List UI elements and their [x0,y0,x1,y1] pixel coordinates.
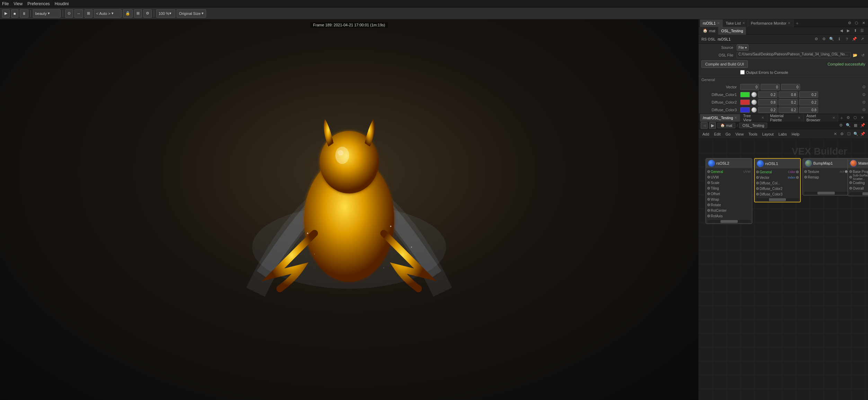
grid-btn[interactable]: ⊞ [134,9,142,18]
ng-view-btn[interactable]: View [734,131,745,137]
ng-labs-btn[interactable]: Labs [777,131,789,137]
node-bumpmap1-scrollbar[interactable] [804,192,848,194]
vector-y-input[interactable] [761,84,780,90]
ng-search-icon[interactable]: 🔍 [845,122,851,129]
osl-file-reload-icon[interactable]: ↺ [860,52,866,58]
diffuse-color3-r[interactable] [758,107,777,113]
tab-tree-view[interactable]: Tree View ✕ [740,114,767,122]
ng-nav-settings-icon[interactable]: ⚙ [838,122,844,129]
nav-up-icon[interactable]: ⬆ [852,28,858,34]
nav-back-btn[interactable]: ◀ [701,122,708,129]
nav-next-icon[interactable]: ▶ [845,28,851,34]
node-bumpmap1[interactable]: BumpMap1 Texture out Remap [803,158,849,195]
ng-layout-btn[interactable]: Layout [761,131,776,137]
node-material2[interactable]: Material2 Base Proper... outColor Sub-Su… [848,158,868,196]
vector-gear-icon[interactable]: ⚙ [862,85,866,89]
node-rsosl2-scrollbar[interactable] [707,220,751,223]
diffuse-color2-gear-icon[interactable]: ⚙ [862,100,866,105]
close-rsosl1-tab[interactable]: ✕ [717,21,720,25]
vector-x-input[interactable] [740,84,759,90]
menu-preferences[interactable]: Preferences [27,1,50,6]
close-performance-tab[interactable]: ✕ [788,21,790,25]
tab-rsosl1[interactable]: rsOSL1 ✕ [700,19,723,27]
ng-edit-btn[interactable]: Edit [712,131,723,137]
tab-material-palette[interactable]: Material Palette ✕ [767,114,804,122]
node-material2-scrollbar[interactable] [849,192,868,195]
close-material-palette-tab[interactable]: ✕ [798,116,800,120]
original-size-dropdown[interactable]: Original Size ▾ [177,9,206,18]
camera-btn[interactable]: ⊙ [65,9,73,18]
diffuse-color2-g[interactable] [779,99,798,105]
ng-toolbar-maximize-icon[interactable]: ☐ [846,131,852,137]
diffuse-color3-gear-icon[interactable]: ⚙ [862,107,866,112]
node-rsosl1[interactable]: rsOSL1 General Color Vector Index [754,158,801,202]
node-search-icon[interactable]: 🔍 [829,36,835,42]
diffuse-color1-b[interactable] [799,92,818,98]
auto-dropdown[interactable]: < Auto > ▾ [94,9,122,18]
settings-btn[interactable]: ⚙ [143,9,152,18]
lock-btn[interactable]: 🔒 [123,9,133,18]
panel-close-icon[interactable]: ✕ [860,20,867,26]
ng-help-btn[interactable]: Help [790,131,801,137]
diffuse-color3-g[interactable] [779,107,798,113]
compile-button[interactable]: Compile and Build GUI [701,60,748,68]
diffuse-color3-b[interactable] [799,107,818,113]
menu-houdini[interactable]: Houdini [55,1,69,6]
ng-pin2-icon[interactable]: 📌 [860,122,866,129]
ng-maximize-icon[interactable]: ⬡ [852,115,858,121]
node-rsosl1-scrollbar[interactable] [756,198,799,201]
output-errors-checkbox[interactable] [740,70,745,75]
pause-button[interactable]: ⏸ [20,9,28,18]
diffuse-color1-r[interactable] [758,92,777,98]
diffuse-color1-gear-icon[interactable]: ⚙ [862,92,866,97]
nav-prev-icon[interactable]: ◀ [838,28,844,34]
close-asset-browser-tab[interactable]: ✕ [832,116,835,120]
diffuse-color2-sphere[interactable] [751,99,757,105]
add-node-graph-tab-button[interactable]: + [838,115,845,121]
viewport[interactable]: Frame 189: 2021-04-21 17:00:01 (1m:19s) [0,19,698,400]
ng-tools-btn[interactable]: Tools [747,131,759,137]
diffuse-color2-r[interactable] [758,99,777,105]
node-graph-canvas[interactable]: VEX Builder rsOSL2 [699,139,868,400]
tab-asset-browser[interactable]: Asset Browser ✕ [804,114,838,122]
tab-take-list[interactable]: Take List ✕ [723,19,748,27]
menu-file[interactable]: File [2,1,9,6]
ng-layout-icon[interactable]: ▦ [852,122,859,129]
nav-osl-testing-tab[interactable]: OSL_Testing [739,123,767,128]
diffuse-color3-sphere[interactable] [751,107,757,113]
ng-settings-icon[interactable]: ⚙ [845,115,851,121]
diffuse-color2-swatch[interactable] [740,99,750,105]
tab-performance-monitor[interactable]: Performance Monitor ✕ [748,19,794,27]
diffuse-color1-swatch[interactable] [740,92,750,97]
ng-add-btn[interactable]: Add [701,131,711,137]
close-tree-view-tab[interactable]: ✕ [761,116,764,120]
diffuse-color3-swatch[interactable] [740,107,750,113]
nav-mat-tab[interactable]: 🏠 mat [717,123,735,128]
vector-z-input[interactable] [781,84,800,90]
tab-osl-testing[interactable]: OSL_Testing [718,27,746,35]
ng-toolbar-search-icon[interactable]: 🔍 [853,131,859,137]
node-help-icon[interactable]: ? [844,36,850,42]
ng-close-icon[interactable]: ✕ [859,115,865,121]
node-settings-icon[interactable]: ⚙ [813,36,820,42]
transform-btn[interactable]: ↔ [74,9,83,18]
close-mat-osl-tab[interactable]: ✕ [734,116,737,120]
tab-mat-osl-testing[interactable]: /mat/OSL_Testing ✕ [700,114,740,122]
tab-mat[interactable]: 🏠 mat [700,27,718,35]
nav-fwd-btn[interactable]: ▶ [709,122,716,129]
node-info-icon[interactable]: ℹ [836,36,842,42]
beauty-dropdown[interactable]: beauty ▾ [33,9,61,18]
panel-maximize-icon[interactable]: ⬡ [853,20,860,26]
source-dropdown[interactable]: File ▾ [737,44,749,51]
ng-toolbar-close-icon[interactable]: ✕ [832,131,838,137]
osl-file-browse-icon[interactable]: 📂 [852,52,858,58]
node-gear2-icon[interactable]: ⚙ [821,36,827,42]
node-pin-icon[interactable]: 📌 [851,36,858,42]
render-button[interactable]: ▶ [2,9,10,18]
ng-toolbar-settings-icon[interactable]: ⚙ [839,131,845,137]
add-tab-button[interactable]: + [794,20,800,26]
panel-settings-icon[interactable]: ⚙ [847,20,853,26]
stop-button[interactable]: ■ [11,9,18,18]
crop-btn[interactable]: ⊞ [85,9,92,18]
node-rsosl2[interactable]: rsOSL2 General UVW UVW [706,158,752,224]
